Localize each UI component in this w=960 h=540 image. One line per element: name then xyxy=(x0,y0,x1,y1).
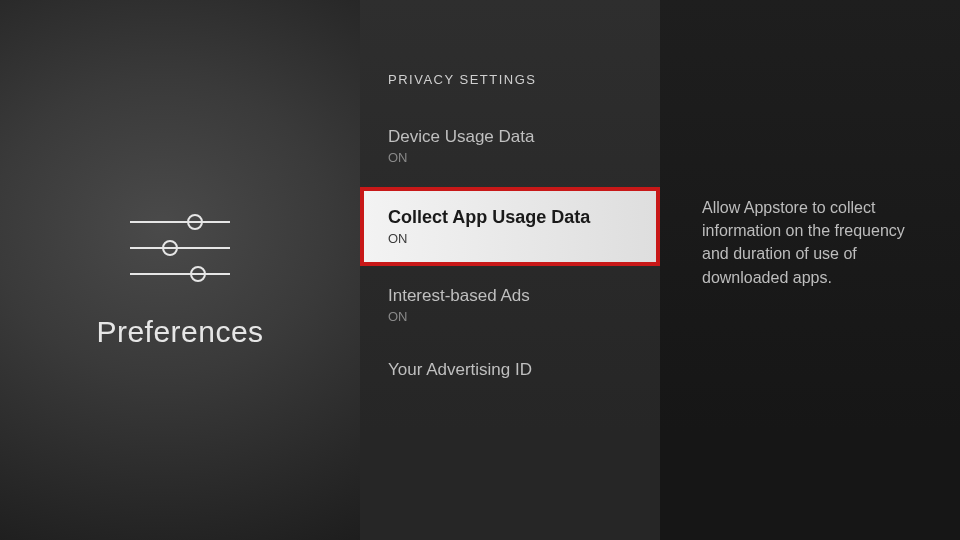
item-state: ON xyxy=(388,231,632,246)
item-state: ON xyxy=(388,150,632,165)
item-state: ON xyxy=(388,309,632,324)
section-header: PRIVACY SETTINGS xyxy=(360,72,660,117)
sliders-icon xyxy=(130,221,230,275)
item-description: Allow Appstore to collect information on… xyxy=(702,196,918,289)
item-label: Your Advertising ID xyxy=(388,360,632,380)
slider-line-3 xyxy=(130,273,230,275)
item-collect-app-usage-data[interactable]: Collect App Usage Data ON xyxy=(360,187,660,266)
slider-line-2 xyxy=(130,247,230,249)
detail-panel: Allow Appstore to collect information on… xyxy=(660,0,960,540)
item-your-advertising-id[interactable]: Your Advertising ID xyxy=(360,350,660,392)
settings-list: PRIVACY SETTINGS Device Usage Data ON Co… xyxy=(360,0,660,540)
item-label: Interest-based Ads xyxy=(388,286,632,306)
item-label: Device Usage Data xyxy=(388,127,632,147)
page-title: Preferences xyxy=(96,315,263,349)
item-interest-based-ads[interactable]: Interest-based Ads ON xyxy=(360,276,660,336)
slider-line-1 xyxy=(130,221,230,223)
left-panel: Preferences xyxy=(0,0,360,540)
item-label: Collect App Usage Data xyxy=(388,207,632,228)
spacer xyxy=(360,336,660,350)
spacer xyxy=(360,262,660,276)
item-device-usage-data[interactable]: Device Usage Data ON xyxy=(360,117,660,177)
